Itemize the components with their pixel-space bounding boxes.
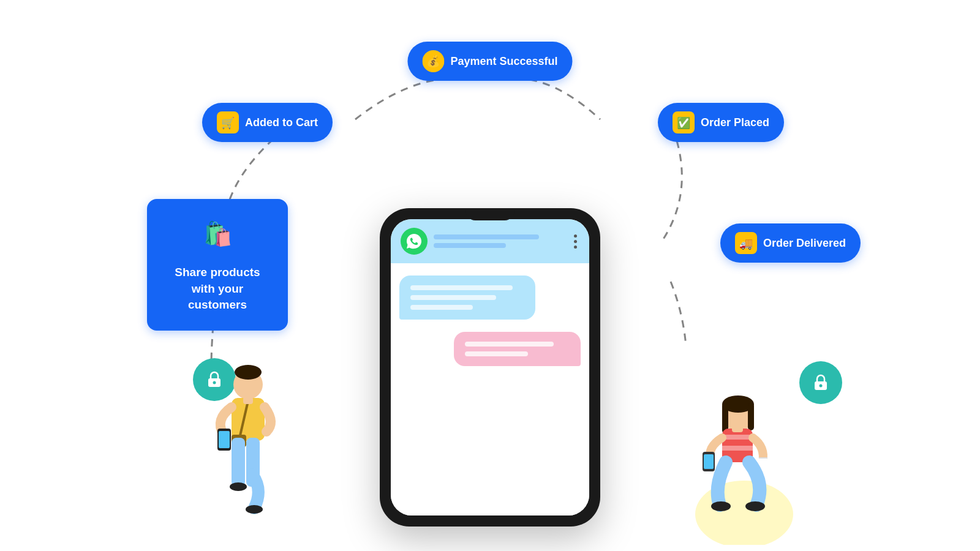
phone-screen — [391, 219, 589, 515]
bubble-line — [465, 342, 554, 347]
lock-icon-right — [799, 361, 842, 404]
added-to-cart-badge: 🛒 Added to Cart — [202, 103, 333, 142]
svg-text:🚚: 🚚 — [739, 237, 753, 250]
whatsapp-icon — [401, 228, 428, 255]
payment-label: Payment Successful — [450, 55, 557, 68]
person-left — [208, 361, 288, 533]
main-scene: 💰 Payment Successful 🛒 Added to Cart ✅ O… — [0, 0, 980, 551]
svg-rect-32 — [722, 446, 753, 451]
order-placed-badge: ✅ Order Placed — [658, 103, 784, 142]
payment-badge: 💰 Payment Successful — [407, 42, 572, 81]
person-right — [677, 386, 799, 539]
svg-point-14 — [235, 365, 262, 380]
share-products-label: Share productswith your customers — [162, 264, 273, 313]
delivery-icon: 🚚 — [735, 232, 757, 254]
cart-icon: 🛒 — [217, 111, 239, 133]
svg-text:✅: ✅ — [677, 116, 691, 130]
svg-text:💰: 💰 — [426, 54, 440, 68]
svg-point-25 — [695, 481, 793, 545]
svg-point-12 — [820, 384, 823, 388]
svg-text:🛒: 🛒 — [221, 116, 235, 130]
svg-rect-29 — [748, 403, 754, 430]
added-to-cart-label: Added to Cart — [245, 116, 318, 129]
svg-point-37 — [711, 501, 731, 511]
bubble-line — [465, 351, 528, 356]
chat-bubble-sent — [454, 332, 581, 366]
svg-rect-33 — [732, 424, 743, 432]
svg-text:🛍️: 🛍️ — [203, 220, 233, 248]
chat-header — [391, 219, 589, 263]
order-placed-icon: ✅ — [673, 111, 695, 133]
header-line-1 — [434, 234, 539, 239]
order-delivered-badge: 🚚 Order Delivered — [720, 223, 861, 263]
more-options-icon — [571, 232, 579, 251]
bubble-line — [410, 295, 496, 300]
chat-header-text — [434, 234, 565, 248]
payment-icon: 💰 — [422, 50, 444, 72]
svg-rect-35 — [704, 454, 714, 469]
chat-bubble-received — [399, 276, 535, 320]
phone-notch — [466, 208, 514, 220]
svg-rect-31 — [722, 435, 753, 440]
bubble-line — [410, 285, 513, 290]
share-icon: 🛍️ — [199, 216, 236, 257]
order-delivered-label: Order Delivered — [763, 237, 846, 250]
phone-mockup — [380, 208, 600, 527]
bubble-line — [410, 305, 473, 310]
header-line-2 — [434, 243, 506, 248]
svg-rect-19 — [219, 431, 230, 448]
share-products-badge: 🛍️ Share productswith your customers — [147, 199, 288, 331]
svg-point-38 — [745, 501, 765, 511]
svg-rect-24 — [243, 397, 253, 404]
svg-point-22 — [230, 482, 247, 491]
svg-rect-20 — [232, 438, 245, 487]
order-placed-label: Order Placed — [701, 116, 769, 129]
chat-messages — [391, 263, 589, 515]
svg-point-23 — [246, 505, 263, 514]
